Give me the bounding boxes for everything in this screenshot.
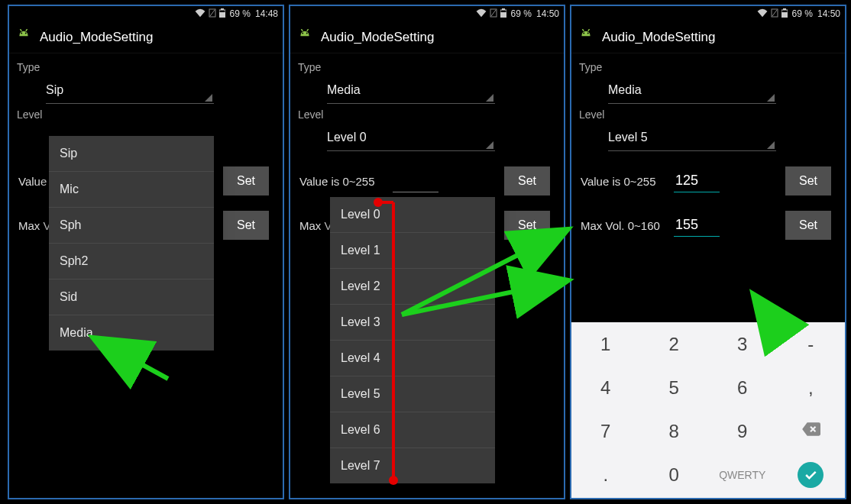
wifi-icon (195, 8, 205, 20)
key-2[interactable]: 2 (640, 322, 709, 366)
svg-point-14 (302, 32, 303, 34)
key-3[interactable]: 3 (708, 322, 777, 366)
svg-point-6 (25, 32, 27, 34)
value-set-button[interactable]: Set (504, 166, 550, 195)
svg-point-15 (306, 32, 308, 34)
value-set-button[interactable]: Set (223, 166, 269, 195)
maxvol-set-button[interactable]: Set (785, 211, 831, 240)
sim-icon (209, 8, 216, 20)
clock-text: 14:50 (817, 8, 840, 19)
app-title: Audio_ModeSetting (321, 30, 434, 45)
level-spinner-value: Level 5 (608, 131, 648, 144)
sim-icon (771, 8, 778, 20)
value-input[interactable] (674, 170, 720, 192)
type-option-sph2[interactable]: Sph2 (49, 244, 214, 279)
svg-rect-22 (783, 8, 786, 10)
svg-line-19 (772, 10, 777, 16)
app-bar: Audio_ModeSetting (290, 21, 564, 53)
battery-text: 69 % (230, 8, 251, 19)
dropdown-indicator-icon (205, 94, 212, 102)
key-7[interactable]: 7 (571, 409, 640, 453)
key-done[interactable] (777, 453, 846, 496)
svg-rect-3 (219, 12, 225, 18)
android-icon (15, 29, 32, 46)
key-6[interactable]: 6 (708, 366, 777, 409)
phone-screen-2: 69 % 14:50 Audio_ModeSetting Type Media … (289, 5, 565, 499)
maxvol-set-button[interactable]: Set (223, 211, 269, 240)
level-option-1[interactable]: Level 1 (330, 233, 495, 269)
level-option-0[interactable]: Level 0 (330, 197, 495, 233)
backspace-icon (801, 419, 820, 444)
type-spinner-value: Sip (46, 83, 63, 97)
key-minus[interactable]: - (777, 322, 846, 366)
clock-text: 14:48 (255, 8, 278, 19)
dropdown-indicator-icon (767, 141, 775, 149)
maxvol-label: Max Vol. 0~160 (581, 219, 665, 232)
type-spinner-value: Media (327, 83, 361, 97)
type-spinner[interactable]: Media (608, 76, 776, 104)
type-option-media[interactable]: Media (49, 315, 214, 351)
battery-icon (500, 8, 506, 20)
key-backspace[interactable] (777, 409, 846, 453)
svg-point-24 (587, 32, 589, 34)
level-option-4[interactable]: Level 4 (330, 341, 495, 376)
status-bar: 69 % 14:48 (9, 6, 283, 21)
svg-line-10 (491, 10, 496, 16)
app-title: Audio_ModeSetting (602, 30, 715, 45)
level-option-5[interactable]: Level 5 (330, 376, 495, 412)
type-option-sip[interactable]: Sip (49, 136, 214, 172)
app-bar: Audio_ModeSetting (571, 21, 845, 53)
maxvol-input[interactable] (674, 214, 720, 237)
type-option-mic[interactable]: Mic (49, 172, 214, 208)
key-4[interactable]: 4 (571, 366, 640, 409)
maxvol-set-button[interactable]: Set (504, 211, 550, 240)
dropdown-indicator-icon (486, 94, 493, 102)
level-dropdown-menu: Level 0 Level 1 Level 2 Level 3 Level 4 … (330, 197, 495, 483)
key-5[interactable]: 5 (640, 366, 709, 409)
level-option-3[interactable]: Level 3 (330, 305, 495, 341)
type-option-sph[interactable]: Sph (49, 208, 214, 244)
key-1[interactable]: 1 (571, 322, 640, 366)
type-option-sid[interactable]: Sid (49, 279, 214, 315)
level-option-6[interactable]: Level 6 (330, 412, 495, 448)
level-label: Level (17, 108, 277, 121)
svg-rect-4 (221, 8, 224, 10)
type-spinner[interactable]: Sip (46, 76, 214, 104)
key-qwerty[interactable]: QWERTY (708, 453, 777, 496)
level-spinner[interactable]: Level 0 (327, 124, 495, 151)
battery-text: 69 % (792, 8, 813, 19)
level-spinner[interactable]: Level 5 (608, 124, 776, 151)
dropdown-indicator-icon (767, 94, 775, 102)
phone-screen-3: ▫▫▫▫ 69 % 14:50 Audio_ModeSetting Type M… (570, 5, 846, 499)
clock-text: 14:50 (536, 8, 559, 19)
value-input[interactable] (393, 170, 438, 192)
battery-text: 69 % (511, 8, 532, 19)
key-0[interactable]: 0 (640, 453, 709, 496)
svg-rect-13 (502, 8, 505, 10)
level-option-2[interactable]: Level 2 (330, 269, 495, 305)
app-title: Audio_ModeSetting (40, 30, 153, 45)
sim-icon (490, 8, 497, 20)
dropdown-indicator-icon (486, 141, 493, 149)
type-label: Type (17, 61, 277, 73)
key-comma[interactable]: , (777, 366, 846, 409)
phone-screen-1: 69 % 14:48 Audio_ModeSetting Type Sip Le… (8, 5, 284, 499)
key-9[interactable]: 9 (708, 409, 777, 453)
svg-line-1 (210, 10, 215, 16)
key-8[interactable]: 8 (640, 409, 709, 453)
type-spinner[interactable]: Media (327, 76, 495, 104)
value-label: Value is 0~255 (299, 175, 383, 188)
value-set-button[interactable]: Set (785, 166, 831, 195)
type-label: Type (298, 61, 558, 73)
type-spinner-value: Media (608, 83, 642, 97)
battery-icon (781, 8, 788, 20)
svg-rect-12 (500, 12, 506, 18)
svg-line-8 (26, 29, 28, 31)
type-dropdown-menu: Sip Mic Sph Sph2 Sid Media (49, 136, 214, 351)
svg-point-23 (583, 32, 584, 34)
level-label: Level (298, 108, 558, 121)
svg-line-7 (20, 29, 21, 31)
level-label: Level (579, 108, 839, 121)
key-dot[interactable]: . (571, 453, 640, 496)
level-option-7[interactable]: Level 7 (330, 448, 495, 483)
